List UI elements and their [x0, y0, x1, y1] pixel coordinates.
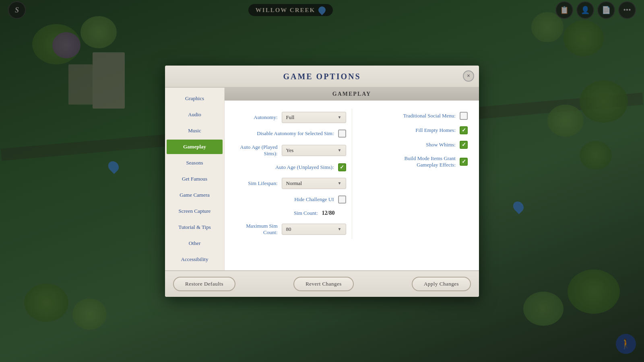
- auto-age-unplayed-checkbox[interactable]: [338, 163, 346, 171]
- sim-count-label: Sim Count:: [294, 210, 318, 216]
- autonomy-arrow-icon: ▼: [338, 115, 342, 119]
- sim-lifespan-value: Normal: [286, 180, 302, 187]
- sim-lifespan-arrow-icon: ▼: [338, 181, 342, 185]
- close-button[interactable]: ×: [463, 70, 474, 82]
- game-options-modal: Game Options × Graphics Audio Music Game…: [165, 66, 479, 297]
- max-sim-count-setting: Maximum Sim Count: 80 ▼: [234, 220, 348, 239]
- sidebar-item-graphics[interactable]: Graphics: [167, 91, 223, 106]
- sidebar-item-get-famous[interactable]: Get Famous: [167, 172, 223, 186]
- sim-lifespan-dropdown[interactable]: Normal ▼: [282, 178, 346, 189]
- revert-changes-button[interactable]: Revert Changes: [293, 277, 354, 291]
- max-sim-count-label: Maximum Sim Count:: [236, 223, 278, 236]
- autonomy-dropdown[interactable]: Full ▼: [282, 112, 346, 123]
- content-area: Autonomy: Full ▼ Disable Autonomy for Se…: [225, 101, 479, 270]
- sim-lifespan-label: Sim Lifespan:: [248, 180, 277, 187]
- max-sim-count-value: 80: [286, 226, 291, 232]
- max-sim-count-dropdown[interactable]: 80 ▼: [282, 224, 346, 235]
- auto-age-played-arrow-icon: ▼: [338, 148, 342, 152]
- show-whims-label: Show Whims:: [426, 142, 456, 148]
- apply-changes-button[interactable]: Apply Changes: [412, 277, 471, 291]
- modal-main-content: Gameplay Autonomy: Full ▼: [225, 88, 479, 270]
- max-sim-count-arrow-icon: ▼: [338, 227, 342, 231]
- disable-autonomy-label: Disable Autonomy for Selected Sim:: [257, 130, 334, 137]
- build-mode-items-setting: Build Mode Items Grant Gameplay Effects:: [356, 152, 470, 171]
- sidebar-item-game-camera[interactable]: Game Camera: [167, 188, 223, 202]
- disable-autonomy-checkbox[interactable]: [338, 130, 346, 138]
- restore-defaults-button[interactable]: Restore Defaults: [173, 277, 235, 291]
- sim-count-value: 12/80: [322, 210, 346, 216]
- modal-body: Graphics Audio Music Gameplay Seasons Ge…: [165, 88, 479, 270]
- auto-age-unplayed-label: Auto Age (Unplayed Sims):: [275, 164, 334, 171]
- autonomy-label: Autonomy:: [254, 114, 277, 121]
- auto-age-played-value: Yes: [286, 147, 294, 154]
- modal-sidebar: Graphics Audio Music Gameplay Seasons Ge…: [165, 88, 225, 270]
- sidebar-item-seasons[interactable]: Seasons: [167, 156, 223, 170]
- sidebar-item-audio[interactable]: Audio: [167, 107, 223, 122]
- sim-count-setting: Sim Count: 12/80: [234, 207, 348, 220]
- sidebar-item-accessibility[interactable]: Accessibility: [167, 252, 223, 267]
- sidebar-item-tutorial-tips[interactable]: Tutorial & Tips: [167, 220, 223, 234]
- show-whims-checkbox[interactable]: [460, 141, 468, 149]
- build-mode-items-label: Build Mode Items Grant Gameplay Effects:: [383, 155, 456, 168]
- content-section-header: Gameplay: [225, 88, 479, 101]
- auto-age-played-label: Auto Age (Played Sims):: [236, 144, 278, 157]
- sidebar-item-gameplay[interactable]: Gameplay: [167, 140, 223, 154]
- autonomy-setting: Autonomy: Full ▼: [234, 109, 348, 126]
- hide-challenge-ui-setting: Hide Challenge UI: [234, 192, 348, 207]
- sim-lifespan-setting: Sim Lifespan: Normal ▼: [234, 175, 348, 192]
- auto-age-played-setting: Auto Age (Played Sims): Yes ▼: [234, 141, 348, 160]
- hide-challenge-ui-label: Hide Challenge UI: [294, 196, 334, 203]
- build-mode-items-checkbox[interactable]: [460, 158, 468, 166]
- auto-age-unplayed-setting: Auto Age (Unplayed Sims):: [234, 160, 348, 175]
- disable-autonomy-setting: Disable Autonomy for Selected Sim:: [234, 126, 348, 141]
- modal-footer: Restore Defaults Revert Changes Apply Ch…: [165, 270, 479, 297]
- traditional-social-menu-checkbox[interactable]: [460, 112, 468, 120]
- modal-overlay: Game Options × Graphics Audio Music Game…: [0, 0, 644, 362]
- show-whims-setting: Show Whims:: [356, 138, 470, 152]
- fill-empty-homes-checkbox[interactable]: [460, 126, 468, 134]
- settings-two-col: Autonomy: Full ▼ Disable Autonomy for Se…: [234, 109, 469, 239]
- settings-left-panel: Autonomy: Full ▼ Disable Autonomy for Se…: [234, 109, 352, 239]
- modal-title: Game Options: [283, 72, 361, 81]
- traditional-social-menu-label: Traditional Social Menu:: [403, 113, 456, 119]
- fill-empty-homes-setting: Fill Empty Homes:: [356, 123, 470, 138]
- sidebar-item-other[interactable]: Other: [167, 236, 223, 251]
- auto-age-played-dropdown[interactable]: Yes ▼: [282, 145, 346, 156]
- sidebar-item-screen-capture[interactable]: Screen Capture: [167, 204, 223, 218]
- autonomy-value: Full: [286, 114, 295, 121]
- sidebar-item-music[interactable]: Music: [167, 123, 223, 138]
- fill-empty-homes-label: Fill Empty Homes:: [415, 127, 456, 134]
- modal-header: Game Options ×: [165, 66, 479, 88]
- traditional-social-menu-setting: Traditional Social Menu:: [356, 109, 470, 123]
- hide-challenge-ui-checkbox[interactable]: [338, 195, 346, 204]
- settings-right-panel: Traditional Social Menu: Fill Empty Home…: [352, 109, 470, 239]
